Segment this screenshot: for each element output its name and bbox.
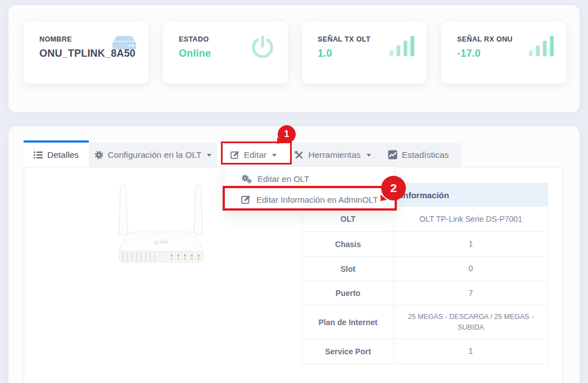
stat-label: NOMBRE <box>39 35 72 43</box>
annotation-badge-2: 2 <box>381 176 406 200</box>
annotation-box-step2 <box>223 186 397 211</box>
tab-label: Detalles <box>47 150 79 160</box>
tab-label: Herramientas <box>308 150 360 160</box>
row-value: OLT TP-Link Serie DS-P7001 <box>394 207 548 231</box>
stat-card-senal-tx: SEÑAL TX OLT 1.0 <box>302 22 427 84</box>
tab-estadisticas[interactable]: Estadísticas <box>376 143 461 167</box>
signal-bars-icon <box>390 34 414 57</box>
tab-herramientas[interactable]: Herramientas <box>290 143 376 167</box>
annotation-box-step1 <box>221 142 292 165</box>
tx-signal-value: 1.0 <box>318 48 332 60</box>
table-row: Service Port 1 <box>302 339 548 363</box>
chevron-down-icon <box>207 154 211 157</box>
row-label: Puerto <box>302 281 394 305</box>
gear-icon <box>94 151 103 159</box>
row-value: 25 MEGAS - DESCARGA / 25 MEGAS - SUBIDA <box>394 306 548 339</box>
table-row: Puerto 7 <box>302 281 548 305</box>
stat-label: SEÑAL RX ONU <box>457 35 513 43</box>
tools-icon <box>295 151 304 159</box>
row-value: 7 <box>394 281 548 305</box>
row-label: Chasis <box>302 232 394 256</box>
onu-details-page: NOMBRE ONU_TPLINK_8A50 ESTADO Online SEÑ… <box>0 0 588 383</box>
stat-label: ESTADO <box>179 35 209 43</box>
row-label: Plan de Internet <box>302 306 394 339</box>
chart-line-icon <box>388 150 397 159</box>
stat-card-estado: ESTADO Online <box>163 22 288 84</box>
table-row: Slot 0 <box>302 256 548 281</box>
tab-label: Configuración en la OLT <box>108 150 202 160</box>
tab-detalles[interactable]: Detalles <box>24 140 89 167</box>
router-logo-text: tp-link <box>154 239 169 245</box>
signal-bars-icon <box>529 34 554 57</box>
row-value: 0 <box>394 257 548 281</box>
menu-item-label: Editar en OLT <box>257 174 309 184</box>
row-value: 1 <box>394 339 548 363</box>
cogs-icon <box>241 174 252 184</box>
tab-label: Estadísticas <box>402 150 449 160</box>
stat-card-senal-rx: SEÑAL RX ONU -17.0 <box>441 22 566 84</box>
table-row: Plan de Internet 25 MEGAS - DESCARGA / 2… <box>302 305 548 339</box>
list-icon <box>34 151 43 159</box>
status-value: Online <box>179 48 211 60</box>
router-product-image: tp-link <box>108 183 215 272</box>
stat-label: SEÑAL TX OLT <box>318 35 370 43</box>
row-label: Service Port <box>302 339 394 363</box>
chevron-down-icon <box>367 154 371 157</box>
row-value: 1 <box>394 232 548 256</box>
modem-icon <box>112 34 136 53</box>
power-icon <box>250 34 275 60</box>
annotation-badge-1: 1 <box>278 125 296 143</box>
tab-configuracion-olt[interactable]: Configuración en la OLT <box>89 143 217 167</box>
stat-card-nombre: NOMBRE ONU_TPLINK_8A50 <box>24 22 148 84</box>
rx-signal-value: -17.0 <box>457 48 481 60</box>
row-label: Slot <box>302 257 394 281</box>
table-row: Chasis 1 <box>302 231 548 256</box>
